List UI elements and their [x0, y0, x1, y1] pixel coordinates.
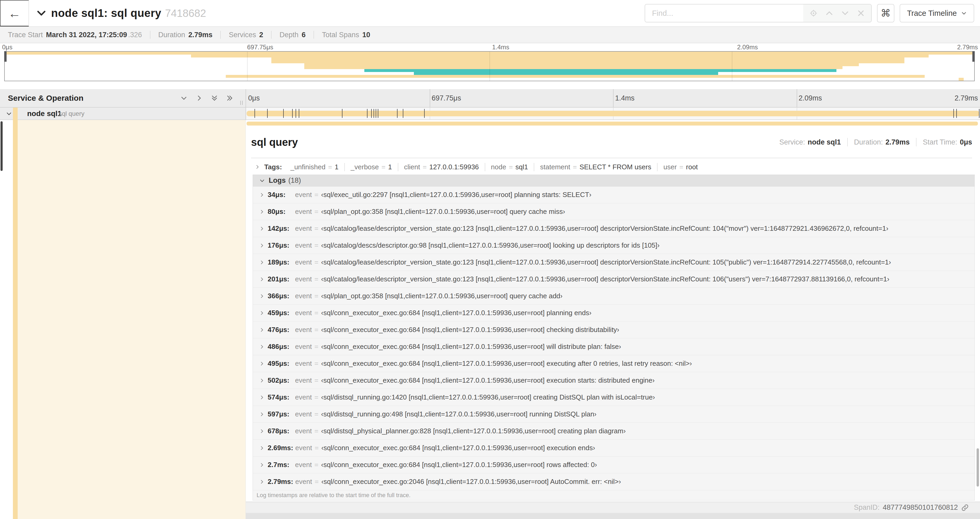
service-operation-header: Service & Operation [0, 89, 245, 107]
log-row[interactable]: 201μs: event = ‹sql/catalog/lease/descri… [253, 271, 974, 288]
find-prev-icon[interactable] [826, 9, 833, 17]
log-timestamp: 34μs: [268, 191, 293, 199]
tags-accordion[interactable]: Tags: _unfinished = 1 _verbose = 1 clien… [251, 160, 972, 174]
log-timestamp: 459μs: [268, 309, 293, 317]
trace-start: Trace Start March 31 2022, 17:25:09 .326 [8, 31, 142, 39]
log-row[interactable]: 476μs: event = ‹sql/conn_executor_exec.g… [253, 321, 974, 339]
tag-pill: user = root [657, 163, 704, 171]
tag-value: SELECT * FROM users [579, 163, 651, 171]
log-field-value: ‹sql/plan_opt.go:358 [nsql1,client=127.0… [321, 208, 565, 216]
match-case-icon[interactable] [810, 9, 818, 17]
log-marker-tick [397, 109, 398, 118]
log-field-key: event [295, 393, 312, 401]
log-timestamp: 366μs: [268, 292, 293, 300]
expand-one-icon[interactable] [196, 94, 203, 102]
grid-line [490, 52, 490, 81]
log-field-value: ‹sql/conn_executor_exec.go:684 [nsql1,cl… [321, 461, 597, 469]
chevron-right-icon [259, 327, 264, 332]
log-field-value: ‹sql/catalog/descs/descriptor.go:98 [nsq… [321, 241, 660, 249]
keyboard-shortcuts-button[interactable]: ⌘ [877, 4, 894, 22]
column-resizer-grip[interactable] [240, 101, 243, 105]
clear-find-icon[interactable] [857, 9, 865, 17]
span-detail-operation-title: sql query [251, 136, 298, 148]
log-marker-tick [255, 109, 255, 118]
log-marker-tick [292, 109, 293, 118]
log-row[interactable]: 176μs: event = ‹sql/catalog/descs/descri… [253, 237, 974, 254]
log-row[interactable]: 2.69ms: event = ‹sql/conn_executor_exec.… [253, 440, 974, 457]
log-timestamp: 678μs: [268, 427, 293, 435]
log-field-key: event [295, 191, 312, 199]
find-next-icon[interactable] [841, 9, 849, 17]
find-input[interactable] [645, 5, 803, 22]
minimap-span-bar [191, 54, 929, 57]
right-scrollbar-thumb[interactable] [977, 448, 979, 487]
chevron-right-icon [259, 294, 264, 299]
back-button[interactable]: ← [0, 0, 29, 26]
left-scrollbar-thumb[interactable] [0, 121, 3, 171]
trace-title-group: node sql1: sql query 7418682 [37, 7, 206, 19]
span-row-name-cell[interactable]: node sql1 sql query [0, 108, 245, 120]
chevron-right-icon [259, 260, 264, 265]
log-marker-tick [424, 109, 425, 118]
log-row[interactable]: 597μs: event = ‹sql/distsql_running.go:4… [253, 406, 974, 423]
log-row[interactable]: 2.79ms: event = ‹sql/conn_executor_exec.… [253, 473, 974, 490]
jaeger-trace-timeline-page: ← node sql1: sql query 7418682 [0, 0, 980, 519]
log-row[interactable]: 34μs: event = ‹sql/exec_util.go:2297 [ns… [253, 187, 974, 203]
equals-sign: = [315, 191, 318, 199]
time-tick-label: 697.75μs [432, 94, 461, 102]
minimap-span-bar [226, 75, 925, 78]
trace-view-selector[interactable]: Trace Timeline [900, 4, 974, 22]
service-operation-title: Service & Operation [8, 94, 84, 102]
log-timestamp: 502μs: [268, 376, 293, 385]
span-duration-bar[interactable] [247, 111, 980, 116]
log-row[interactable]: 486μs: event = ‹sql/conn_executor_exec.g… [253, 339, 974, 355]
log-field-value: ‹sql/conn_executor_exec.go:684 [nsql1,cl… [321, 359, 692, 367]
log-field-key: event [295, 410, 312, 418]
log-row[interactable]: 502μs: event = ‹sql/conn_executor_exec.g… [253, 372, 974, 389]
tag-key: _verbose [351, 163, 379, 171]
log-row[interactable]: 678μs: event = ‹sql/distsql_physical_pla… [253, 423, 974, 440]
trace-minimap[interactable] [4, 51, 975, 81]
log-row[interactable]: 80μs: event = ‹sql/plan_opt.go:358 [nsql… [253, 203, 974, 220]
chevron-right-icon [259, 226, 264, 231]
chevron-down-icon[interactable] [6, 110, 12, 117]
collapse-one-icon[interactable] [180, 94, 188, 102]
log-field-key: event [295, 359, 312, 367]
log-timestamp: 486μs: [268, 343, 293, 351]
log-entries-list: 34μs: event = ‹sql/exec_util.go:2297 [ns… [253, 187, 974, 490]
minimap-span-bar [271, 57, 904, 61]
time-tick-label: 2.79ms [957, 43, 978, 51]
log-marker-tick [299, 109, 299, 118]
log-row[interactable]: 459μs: event = ‹sql/conn_executor_exec.g… [253, 305, 974, 321]
chevron-right-icon [259, 243, 264, 248]
span-id-value: 4877749850101760812 [883, 503, 958, 512]
time-tick-label: 1.4ms [492, 43, 509, 51]
deep-link-icon[interactable] [961, 504, 969, 512]
log-row[interactable]: 189μs: event = ‹sql/catalog/lease/descri… [253, 254, 974, 271]
log-row[interactable]: 495μs: event = ‹sql/conn_executor_exec.g… [253, 355, 974, 372]
duration-value: 2.79ms [885, 138, 910, 146]
bottom-edge-strip [246, 513, 980, 519]
divider [150, 31, 150, 39]
collapse-all-icon[interactable] [211, 94, 218, 102]
log-field-value: ‹sql/conn_executor_exec.go:684 [nsql1,cl… [321, 326, 619, 334]
chevron-down-icon[interactable] [37, 8, 46, 18]
find-controls [803, 5, 871, 22]
expand-all-icon[interactable] [226, 94, 234, 102]
log-row[interactable]: 142μs: event = ‹sql/catalog/lease/descri… [253, 220, 974, 237]
log-row[interactable]: 574μs: event = ‹sql/distsql_running.go:1… [253, 389, 974, 406]
equals-sign: = [315, 376, 318, 385]
span-detail-header: sql query Service: node sql1 Duration: 2… [251, 128, 972, 156]
logs-header[interactable]: Logs (18) [253, 175, 974, 187]
equals-sign: = [315, 343, 318, 351]
duration-label: Duration: [854, 138, 883, 146]
log-field-key: event [295, 224, 312, 233]
log-row[interactable]: 366μs: event = ‹sql/plan_opt.go:358 [nsq… [253, 288, 974, 305]
equals-sign: = [315, 241, 318, 249]
span-row[interactable]: node sql1 sql query [0, 108, 980, 120]
minimap-right-scrubber[interactable] [972, 51, 975, 62]
log-marker-tick [953, 109, 954, 118]
minimap-left-scrubber[interactable] [4, 51, 6, 62]
span-row-timeline-cell[interactable] [245, 108, 980, 120]
log-row[interactable]: 2.7ms: event = ‹sql/conn_executor_exec.g… [253, 457, 974, 473]
